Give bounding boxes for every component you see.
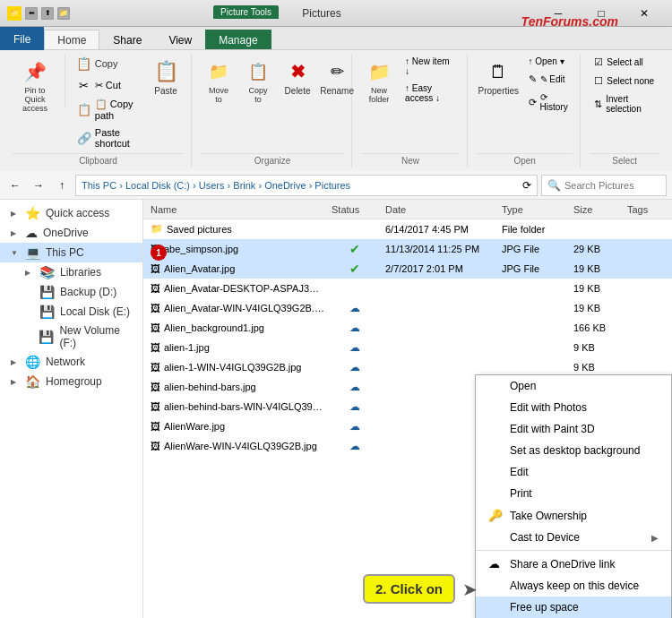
ctx-cast[interactable]: Cast to Device ▶ xyxy=(476,527,671,548)
ctx-desktop-bg[interactable]: Set as desktop background xyxy=(476,440,671,461)
copy-button[interactable]: 📋 Copy xyxy=(73,54,144,73)
ctx-edit-photos[interactable]: Edit with Photos xyxy=(476,397,671,418)
paste-shortcut-icon: 🔗 xyxy=(77,131,91,145)
file-type: File folder xyxy=(498,224,570,235)
select-buttons: ☑ Select all ☐ Select none ⇅ Invert sele… xyxy=(590,54,659,116)
file-row[interactable]: 🖼 Alien_Avatar-DESKTOP-ASPAJ3E.jpg 19 KB xyxy=(143,279,672,298)
ctx-open[interactable]: Open xyxy=(476,375,671,397)
copy-to-button[interactable]: 📋 Copy to xyxy=(240,54,276,107)
select-none-button[interactable]: ☐ Select none xyxy=(590,73,659,90)
sidebar-item-quick-access[interactable]: ▶ ⭐ Quick access xyxy=(0,203,142,223)
ctx-edit[interactable]: Edit xyxy=(476,461,671,483)
ribbon-group-organize: 📁 Move to 📋 Copy to ✖ Delete ✏ Rename Or… xyxy=(194,54,352,167)
ctx-div1 xyxy=(476,550,671,551)
col-header-date[interactable]: Date xyxy=(382,204,498,215)
file-name-text: alien-behind-bars.jpg xyxy=(164,382,256,392)
sidebar-item-libraries[interactable]: ▶ 📚 Libraries xyxy=(0,262,142,282)
cut-button[interactable]: ✂ ✂ Cut xyxy=(73,75,144,95)
ctx-cast-arrow: ▶ xyxy=(651,533,659,543)
refresh-btn[interactable]: ⟳ xyxy=(522,179,531,192)
ctx-ownership[interactable]: 🔑Take Ownership xyxy=(476,504,671,527)
ctx-onedrive-link[interactable]: ☁Share a OneDrive link xyxy=(476,553,671,575)
file-row[interactable]: 🖼 alien-1.jpg ☁ 9 KB xyxy=(143,338,672,357)
file-area: ▶ ⭐ Quick access ▶ ☁ OneDrive ▼ 💻 This P… xyxy=(0,200,672,618)
open-items: 🗒 Properties ↑ Open ▾ ✎ ✎ Edit ⟳ ⟳ Histo… xyxy=(477,54,573,151)
file-type: JPG File xyxy=(498,244,570,254)
paste-shortcut-label: Paste shortcut xyxy=(95,127,140,149)
easy-access-button[interactable]: ↑ Easy access ↓ xyxy=(401,81,460,106)
address-path[interactable]: This PC › Local Disk (C:) › Users › Brin… xyxy=(75,175,538,196)
col-header-name[interactable]: Name xyxy=(147,204,328,215)
open-button[interactable]: ↑ Open ▾ xyxy=(524,54,573,69)
history-icon: ⟳ xyxy=(529,97,537,108)
new-folder-button[interactable]: 📁 New folder xyxy=(361,54,397,107)
sidebar-item-network[interactable]: ▶ 🌐 Network xyxy=(0,352,142,372)
delete-button[interactable]: ✖ Delete xyxy=(280,54,315,99)
search-input[interactable] xyxy=(564,180,654,191)
new-item-button[interactable]: ↑ New item ↓ xyxy=(401,54,460,79)
col-header-size[interactable]: Size xyxy=(570,204,624,215)
file-row[interactable]: 🖼 Alien_Avatar-WIN-V4IGLQ39G2B.jpg ☁ 19 … xyxy=(143,298,672,318)
callout: 2. Click on ➤ xyxy=(363,574,478,604)
properties-button[interactable]: 🗒 Properties xyxy=(477,54,520,99)
history-button[interactable]: ⟳ ⟳ History xyxy=(524,90,573,115)
file-row[interactable]: 🖼 abe_simpson.jpg ✔ 11/13/2014 11:25 PM … xyxy=(143,239,672,259)
tab-share[interactable]: Share xyxy=(99,30,155,49)
paste-shortcut-button[interactable]: 🔗 Paste shortcut xyxy=(73,124,144,151)
back-button[interactable]: ← xyxy=(5,176,25,195)
paste-button[interactable]: 📋 Paste xyxy=(148,54,184,99)
sidebar-label: This PC xyxy=(46,246,84,259)
file-name-text: Alien_background1.jpg xyxy=(164,322,264,333)
ctx-onedrive-icon: ☁ xyxy=(488,557,504,571)
ctx-print[interactable]: Print xyxy=(476,483,671,504)
pin-to-quick-access-button[interactable]: 📌 Pin to Quick access xyxy=(13,54,57,116)
sidebar-item-this-pc[interactable]: ▼ 💻 This PC xyxy=(0,243,142,262)
up-button[interactable]: ↑ xyxy=(52,176,72,195)
ctx-edit-paint[interactable]: Edit with Paint 3D xyxy=(476,418,671,440)
tab-home[interactable]: Home xyxy=(44,30,99,49)
copy-path-button[interactable]: 📋 📋 Copy path xyxy=(73,96,144,124)
ribbon-group-select: ☑ Select all ☐ Select none ⇅ Invert sele… xyxy=(582,54,667,167)
ribbon-group-open: 🗒 Properties ↑ Open ▾ ✎ ✎ Edit ⟳ ⟳ Histo… xyxy=(470,54,581,167)
sidebar-item-newvolume[interactable]: 💾 New Volume (F:) xyxy=(0,322,142,352)
sidebar-item-onedrive[interactable]: ▶ ☁ OneDrive xyxy=(0,223,142,243)
file-row[interactable]: 📁 Saved pictures 6/14/2017 4:45 PM File … xyxy=(143,219,672,239)
sidebar-item-backup[interactable]: 💾 Backup (D:) xyxy=(0,282,142,302)
file-row[interactable]: 🖼 Alien_background1.jpg ☁ 166 KB xyxy=(143,318,672,338)
ctx-free-space[interactable]: Free up space xyxy=(476,597,671,618)
sidebar-item-homegroup[interactable]: ▶ 🏠 Homegroup xyxy=(0,372,142,391)
col-header-type[interactable]: Type xyxy=(498,204,570,215)
select-all-icon: ☑ xyxy=(594,56,603,68)
cut-icon: ✂ xyxy=(77,78,91,92)
file-status: ✔ xyxy=(328,262,382,276)
ctx-always-keep[interactable]: Always keep on this device xyxy=(476,575,671,597)
tab-manage[interactable]: Manage xyxy=(205,30,271,49)
col-header-status[interactable]: Status xyxy=(328,204,382,215)
close-button[interactable]: ✕ xyxy=(624,1,665,26)
file-name: 🖼 alien-behind-bars-WIN-V4IGLQ39G2B.jpg xyxy=(147,401,328,412)
tab-file[interactable]: File xyxy=(0,27,44,50)
forward-button[interactable]: → xyxy=(29,176,48,195)
tb-icon-1[interactable]: ⬅ xyxy=(25,7,38,20)
sidebar-item-localdisk-e[interactable]: 💾 Local Disk (E:) xyxy=(0,302,142,322)
file-list-header: Name Status Date Type Size Tags xyxy=(143,200,672,219)
callout-text: 2. Click on xyxy=(363,574,455,604)
rename-button[interactable]: ✏ Rename xyxy=(319,54,355,99)
tb-icon-3[interactable]: 📁 xyxy=(57,7,70,20)
file-size: 166 KB xyxy=(570,322,624,333)
sidebar-label: Libraries xyxy=(60,266,101,279)
clipboard-label: Clipboard xyxy=(13,153,184,167)
move-to-button[interactable]: 📁 Move to xyxy=(201,54,237,107)
tab-view[interactable]: View xyxy=(155,30,205,49)
file-status: ☁ xyxy=(328,341,382,354)
pin-label: Pin to Quick access xyxy=(17,86,53,113)
select-all-button[interactable]: ☑ Select all xyxy=(590,54,659,71)
tb-icon-2[interactable]: ⬆ xyxy=(41,7,54,20)
invert-selection-button[interactable]: ⇅ Invert selection xyxy=(590,91,659,116)
edit-button[interactable]: ✎ ✎ Edit xyxy=(524,71,573,88)
newvolume-icon: 💾 xyxy=(39,330,54,344)
move-to-label: Move to xyxy=(209,86,228,104)
file-name-text: Alien_Avatar.jpg xyxy=(164,263,235,274)
expand-icon: ▶ xyxy=(11,358,20,366)
file-row[interactable]: 🖼 Alien_Avatar.jpg ✔ 2/7/2017 2:01 PM JP… xyxy=(143,259,672,279)
